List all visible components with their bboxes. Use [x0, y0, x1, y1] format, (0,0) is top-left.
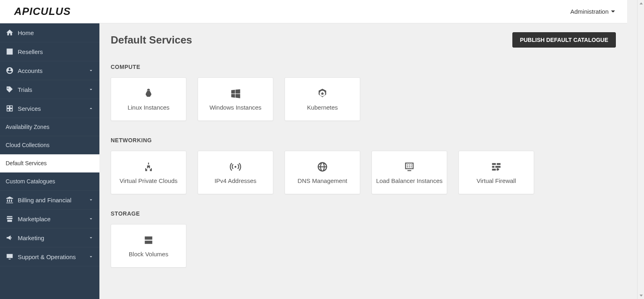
administration-menu[interactable]: Administration — [566, 6, 619, 17]
sidebar-item-label: Support & Operations — [18, 253, 88, 260]
chevron-down-icon — [88, 68, 94, 73]
sidebar-subitem-default-services[interactable]: Default Services — [0, 154, 99, 172]
browser-scrollbar[interactable] — [637, 0, 644, 299]
sidebar-item-trials[interactable]: Trials — [0, 80, 99, 99]
chevron-down-icon — [88, 216, 94, 222]
sidebar-item-label: Billing and Financial — [18, 197, 88, 203]
windows-icon — [230, 88, 241, 99]
page-title: Default Services — [111, 34, 192, 46]
service-card-linux-instances[interactable]: Linux Instances — [111, 77, 186, 121]
publish-catalogue-button[interactable]: PUBLISH DEFAULT CATALOGUE — [512, 32, 616, 48]
sidebar-item-label: Marketing — [18, 235, 88, 241]
caret-down-icon — [611, 10, 615, 12]
store-icon — [6, 215, 14, 223]
chevron-up-icon — [88, 106, 94, 111]
chevron-down-icon — [88, 87, 94, 92]
service-card-kubernetes[interactable]: Kubernetes — [285, 77, 360, 121]
card-label: Virtual Firewall — [477, 177, 516, 184]
section-heading-networking: NETWORKING — [111, 137, 616, 143]
network-icon — [143, 161, 154, 172]
sidebar-subitem-cloud-collections[interactable]: Cloud Collections — [0, 136, 99, 154]
service-card-block-volumes[interactable]: Block Volumes — [111, 224, 186, 268]
user-box-icon — [6, 48, 14, 56]
linux-icon — [143, 88, 154, 99]
page-header: Default Services PUBLISH DEFAULT CATALOG… — [111, 32, 616, 48]
section-heading-compute: COMPUTE — [111, 64, 616, 70]
card-label: Windows Instances — [209, 104, 261, 111]
bank-icon — [6, 196, 14, 204]
card-grid: Linux Instances Windows Instances Kubern… — [111, 77, 616, 121]
card-label: Load Balancer Instances — [376, 177, 442, 184]
service-card-load-balancer-instances[interactable]: Load Balancer Instances — [372, 151, 447, 194]
card-label: Virtual Private Clouds — [120, 177, 178, 184]
broadcast-icon — [230, 161, 241, 172]
sidebar-subitem-custom-catalogues[interactable]: Custom Catalogues — [0, 172, 99, 191]
sidebar-item-label: Home — [18, 29, 94, 36]
sidebar-item-label: Services — [18, 105, 88, 112]
scrollbar-down-button[interactable] — [638, 292, 644, 299]
card-grid: Block Volumes — [111, 224, 616, 268]
sidebar-item-resellers[interactable]: Resellers — [0, 42, 99, 61]
service-card-ipv4-addresses[interactable]: IPv4 Addresses — [198, 151, 273, 194]
account-circle-icon — [6, 66, 14, 75]
sidebar-item-services[interactable]: Services — [0, 99, 99, 118]
service-card-virtual-firewall[interactable]: Virtual Firewall — [458, 151, 534, 194]
service-card-windows-instances[interactable]: Windows Instances — [198, 77, 273, 121]
sidebar-item-accounts[interactable]: Accounts — [0, 61, 99, 80]
sidebar-item-label: Resellers — [18, 48, 94, 55]
brand-logo: APICULUS — [14, 5, 71, 18]
card-grid: Virtual Private Clouds IPv4 Addresses DN… — [111, 151, 616, 194]
topbar: APICULUS Administration — [0, 0, 627, 23]
sidebar-item-marketplace[interactable]: Marketplace — [0, 210, 99, 228]
kubernetes-icon — [317, 88, 328, 99]
monitor-icon — [6, 253, 14, 261]
sidebar: Home Resellers Accounts Trials Services … — [0, 23, 99, 299]
sidebar-item-label: Marketplace — [18, 216, 88, 222]
sidebar-subitem-availability-zones[interactable]: Availability Zones — [0, 118, 99, 136]
sidebar-item-marketing[interactable]: Marketing — [0, 228, 99, 247]
chevron-down-icon — [88, 197, 94, 203]
service-card-virtual-private-clouds[interactable]: Virtual Private Clouds — [111, 151, 186, 194]
main-content: Default Services PUBLISH DEFAULT CATALOG… — [99, 23, 627, 299]
card-label: Kubernetes — [307, 104, 338, 111]
loadbalancer-icon — [404, 161, 415, 172]
sidebar-item-support-operations[interactable]: Support & Operations — [0, 247, 99, 266]
card-label: DNS Management — [297, 177, 347, 184]
card-label: IPv4 Addresses — [215, 177, 256, 184]
services-icon — [6, 104, 14, 112]
scrollbar-up-button[interactable] — [638, 0, 644, 7]
firewall-icon — [491, 161, 502, 172]
megaphone-icon — [6, 234, 14, 242]
administration-label: Administration — [570, 8, 609, 15]
section-heading-storage: STORAGE — [111, 210, 616, 217]
sidebar-item-label: Accounts — [18, 67, 88, 74]
storage-icon — [143, 235, 154, 246]
card-label: Linux Instances — [128, 104, 169, 111]
sidebar-item-label: Trials — [18, 86, 88, 93]
sidebar-item-home[interactable]: Home — [0, 23, 99, 42]
chevron-down-icon — [88, 254, 94, 260]
tags-icon — [6, 85, 14, 93]
service-card-dns-management[interactable]: DNS Management — [285, 151, 360, 194]
sidebar-item-billing-and-financial[interactable]: Billing and Financial — [0, 191, 99, 210]
home-icon — [6, 29, 14, 37]
chevron-down-icon — [88, 235, 94, 241]
globe-icon — [317, 161, 328, 172]
card-label: Block Volumes — [129, 251, 168, 257]
